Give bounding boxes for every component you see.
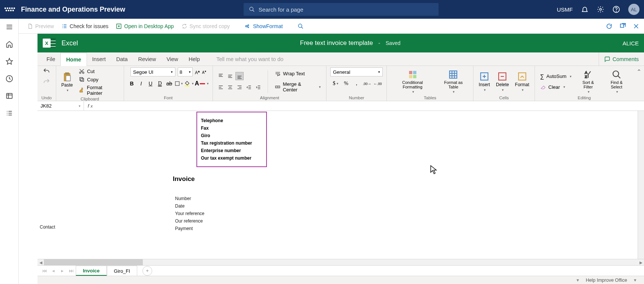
global-search-input[interactable]: Search for a page — [244, 3, 439, 16]
user-avatar[interactable]: AL — [628, 4, 640, 15]
status-dropdown[interactable]: ▾ — [634, 277, 637, 283]
wrap-text-button[interactable]: Wrap Text — [273, 70, 322, 78]
excel-app-name: Excel — [61, 39, 78, 47]
cond-fmt-icon — [408, 70, 418, 79]
align-bottom-button[interactable] — [235, 72, 244, 80]
gear-icon[interactable] — [597, 6, 604, 13]
scroll-right-icon[interactable]: ▸ — [638, 259, 644, 266]
align-top-button[interactable] — [217, 72, 225, 80]
open-desktop-button[interactable]: Open in Desktop App — [112, 19, 177, 33]
bold-button[interactable]: B — [128, 79, 136, 88]
decrease-decimal-button[interactable]: ←.00 — [373, 79, 382, 88]
number-format-select[interactable]: General▾ — [330, 67, 383, 76]
collapse-ribbon-button[interactable]: ⌃ — [634, 66, 644, 101]
scroll-thumb[interactable] — [44, 259, 143, 265]
comma-button[interactable]: , — [352, 79, 361, 88]
percent-button[interactable]: % — [342, 79, 350, 88]
increase-decimal-button[interactable]: .00→ — [363, 79, 371, 88]
show-format-button[interactable]: ShowFormat — [241, 19, 286, 33]
group-undo-label: Undo — [41, 96, 52, 101]
align-center-button[interactable] — [226, 83, 234, 91]
add-sheet-button[interactable]: + — [142, 266, 152, 276]
close-icon[interactable] — [633, 23, 640, 30]
comments-button[interactable]: Comments — [599, 52, 644, 66]
help-icon[interactable] — [613, 6, 620, 13]
sheet-nav-next[interactable]: ▸ — [58, 266, 67, 276]
vertical-scrollbar[interactable] — [638, 111, 644, 259]
svg-point-0 — [250, 7, 253, 10]
currency-button[interactable]: $ — [331, 79, 340, 88]
home-icon[interactable] — [6, 40, 13, 48]
status-menu[interactable]: ▾ — [577, 277, 579, 283]
sheet-tab-invoice[interactable]: Invoice — [76, 266, 107, 276]
company-label[interactable]: USMF — [557, 6, 573, 13]
cut-button[interactable]: Cut — [77, 67, 120, 75]
help-improve-link[interactable]: Help Improve Office — [586, 278, 627, 283]
format-painter-button[interactable]: Format Painter — [77, 84, 120, 97]
undo-icon[interactable] — [43, 67, 50, 75]
find-select-button[interactable]: Find & Select — [603, 69, 630, 94]
clear-button[interactable]: Clear — [539, 83, 573, 91]
paste-button[interactable]: Paste — [60, 71, 75, 93]
action-search-button[interactable] — [294, 19, 307, 33]
tab-insert[interactable]: Insert — [87, 52, 111, 66]
sheet-nav-last[interactable]: ⏭ — [67, 266, 76, 276]
align-left-button[interactable] — [217, 83, 225, 91]
sheet-nav-first[interactable]: ⏮ — [40, 266, 49, 276]
doc-name[interactable]: Free text invoice template — [300, 39, 373, 47]
tab-help[interactable]: Help — [183, 52, 205, 66]
tab-file[interactable]: File — [41, 52, 60, 66]
format-cells-button[interactable]: Format — [514, 71, 531, 93]
align-right-button[interactable] — [235, 83, 244, 91]
refresh-icon[interactable] — [606, 23, 613, 30]
format-as-table-button[interactable]: Format as Table — [437, 69, 469, 94]
tab-view[interactable]: View — [161, 52, 183, 66]
star-icon[interactable] — [6, 58, 13, 65]
border-button[interactable] — [175, 79, 183, 88]
conditional-formatting-button[interactable]: Conditional Formatting — [391, 69, 434, 94]
font-name-select[interactable]: Segoe UI▾ — [130, 67, 175, 76]
svg-rect-45 — [66, 76, 70, 81]
excel-user[interactable]: ALICE — [623, 40, 639, 46]
italic-button[interactable]: I — [137, 79, 145, 88]
app-launcher-icon[interactable] — [4, 7, 15, 11]
tab-data[interactable]: Data — [111, 52, 133, 66]
group-tables-label: Tables — [391, 96, 469, 101]
insert-cells-button[interactable]: Insert — [477, 71, 491, 93]
sheet-nav-prev[interactable]: ◂ — [49, 266, 58, 276]
copy-button[interactable]: Copy — [77, 76, 120, 83]
strike-button[interactable]: ab — [165, 79, 174, 88]
tab-home[interactable]: Home — [60, 52, 87, 66]
clock-icon[interactable] — [6, 75, 13, 82]
hamburger-icon[interactable] — [6, 23, 13, 31]
merge-center-button[interactable]: Merge & Center — [273, 81, 322, 93]
name-box[interactable]: JK82▾ — [37, 101, 84, 111]
fill-color-button[interactable] — [184, 81, 194, 87]
double-underline-button[interactable]: D — [156, 79, 164, 88]
worksheet-grid[interactable]: Telephone Fax Giro Tax registration numb… — [37, 111, 644, 259]
status-bar: ▾ Help Improve Office ▾ — [37, 276, 644, 284]
font-color-button[interactable]: A — [195, 80, 209, 87]
delete-cells-button[interactable]: Delete — [494, 71, 511, 93]
invoice-fields: Number Date Your reference Our reference… — [175, 195, 204, 232]
grow-font-icon[interactable]: A▴ — [195, 69, 200, 75]
check-issues-button[interactable]: Check for issues — [58, 19, 112, 33]
tab-review[interactable]: Review — [133, 52, 162, 66]
align-middle-button[interactable] — [226, 72, 234, 80]
scroll-left-icon[interactable]: ◂ — [37, 259, 44, 266]
sort-filter-button[interactable]: AZSort & Filter — [576, 69, 600, 94]
redo-icon[interactable] — [43, 78, 50, 85]
tell-me-input[interactable]: Tell me what you want to do — [216, 52, 283, 66]
workspace-icon[interactable] — [6, 92, 13, 100]
autosum-button[interactable]: ∑AutoSum — [539, 72, 573, 80]
bell-icon[interactable] — [581, 6, 589, 13]
horizontal-scrollbar[interactable]: ◂ ▸ — [37, 259, 644, 265]
popout-icon[interactable] — [619, 23, 626, 30]
font-size-select[interactable]: 8▾ — [178, 67, 193, 76]
sheet-tab-giro[interactable]: Giro_FI — [107, 266, 137, 276]
modules-icon[interactable] — [6, 109, 13, 117]
shrink-font-icon[interactable]: A▾ — [202, 69, 206, 75]
increase-indent-button[interactable] — [254, 83, 262, 91]
decrease-indent-button[interactable] — [245, 83, 253, 91]
underline-button[interactable]: U — [147, 79, 155, 88]
